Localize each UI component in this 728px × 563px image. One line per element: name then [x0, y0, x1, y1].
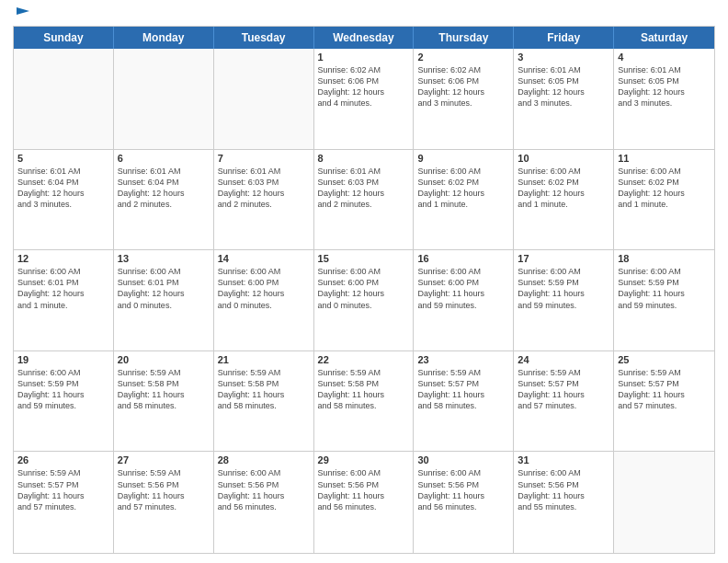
day-number: 20 — [118, 354, 210, 365]
day-info: Sunrise: 6:00 AM Sunset: 6:00 PM Dayligh… — [318, 266, 410, 311]
calendar-day-19: 19Sunrise: 6:00 AM Sunset: 5:59 PM Dayli… — [14, 351, 114, 452]
calendar-day-30: 30Sunrise: 6:00 AM Sunset: 5:56 PM Dayli… — [414, 452, 514, 553]
day-info: Sunrise: 6:00 AM Sunset: 6:02 PM Dayligh… — [618, 166, 711, 211]
calendar-week-1: 1Sunrise: 6:02 AM Sunset: 6:06 PM Daylig… — [14, 49, 714, 150]
day-info: Sunrise: 6:01 AM Sunset: 6:05 PM Dayligh… — [618, 64, 711, 109]
calendar-day-1: 1Sunrise: 6:02 AM Sunset: 6:06 PM Daylig… — [314, 49, 415, 149]
calendar-day-24: 24Sunrise: 5:59 AM Sunset: 5:57 PM Dayli… — [514, 351, 614, 452]
day-number: 28 — [218, 454, 310, 465]
calendar-week-3: 12Sunrise: 6:00 AM Sunset: 6:01 PM Dayli… — [14, 250, 714, 351]
day-number: 5 — [17, 153, 109, 164]
logo-flag-icon — [15, 6, 31, 22]
day-info: Sunrise: 5:59 AM Sunset: 5:57 PM Dayligh… — [618, 367, 711, 412]
day-info: Sunrise: 5:59 AM Sunset: 5:57 PM Dayligh… — [17, 467, 109, 512]
calendar-day-20: 20Sunrise: 5:59 AM Sunset: 5:58 PM Dayli… — [114, 351, 214, 452]
day-number: 27 — [118, 454, 210, 465]
day-number: 7 — [218, 153, 310, 164]
calendar-day-9: 9Sunrise: 6:00 AM Sunset: 6:02 PM Daylig… — [414, 150, 514, 250]
calendar-day-16: 16Sunrise: 6:00 AM Sunset: 6:00 PM Dayli… — [414, 250, 514, 350]
calendar-day-5: 5Sunrise: 6:01 AM Sunset: 6:04 PM Daylig… — [14, 150, 114, 250]
calendar-day-27: 27Sunrise: 5:59 AM Sunset: 5:56 PM Dayli… — [114, 452, 214, 553]
calendar-day-2: 2Sunrise: 6:02 AM Sunset: 6:06 PM Daylig… — [414, 49, 514, 149]
calendar-day-8: 8Sunrise: 6:01 AM Sunset: 6:03 PM Daylig… — [314, 150, 415, 250]
calendar-day-4: 4Sunrise: 6:01 AM Sunset: 6:05 PM Daylig… — [614, 49, 714, 149]
day-number: 4 — [618, 52, 711, 63]
day-info: Sunrise: 6:00 AM Sunset: 6:02 PM Dayligh… — [518, 166, 609, 211]
calendar-day-21: 21Sunrise: 5:59 AM Sunset: 5:58 PM Dayli… — [214, 351, 314, 452]
day-number: 8 — [318, 153, 410, 164]
day-info: Sunrise: 5:59 AM Sunset: 5:57 PM Dayligh… — [518, 367, 609, 412]
weekday-header-sunday: Sunday — [14, 27, 114, 49]
calendar-day-empty — [214, 49, 314, 149]
day-info: Sunrise: 6:02 AM Sunset: 6:06 PM Dayligh… — [318, 64, 410, 109]
calendar-day-17: 17Sunrise: 6:00 AM Sunset: 5:59 PM Dayli… — [514, 250, 614, 350]
calendar-day-28: 28Sunrise: 6:00 AM Sunset: 5:56 PM Dayli… — [214, 452, 314, 553]
day-info: Sunrise: 6:00 AM Sunset: 5:59 PM Dayligh… — [17, 367, 109, 412]
calendar-day-empty — [114, 49, 214, 149]
day-number: 13 — [118, 253, 210, 264]
calendar-header: SundayMondayTuesdayWednesdayThursdayFrid… — [14, 27, 714, 49]
day-info: Sunrise: 6:00 AM Sunset: 5:56 PM Dayligh… — [417, 467, 509, 512]
calendar-day-10: 10Sunrise: 6:00 AM Sunset: 6:02 PM Dayli… — [514, 150, 614, 250]
day-info: Sunrise: 6:01 AM Sunset: 6:03 PM Dayligh… — [218, 166, 310, 211]
day-info: Sunrise: 6:00 AM Sunset: 5:56 PM Dayligh… — [518, 467, 609, 512]
calendar-day-3: 3Sunrise: 6:01 AM Sunset: 6:05 PM Daylig… — [514, 49, 614, 149]
day-info: Sunrise: 5:59 AM Sunset: 5:58 PM Dayligh… — [318, 367, 410, 412]
day-number: 9 — [417, 153, 509, 164]
day-number: 2 — [417, 52, 509, 63]
day-number: 22 — [318, 354, 410, 365]
day-info: Sunrise: 6:00 AM Sunset: 6:02 PM Dayligh… — [417, 166, 509, 211]
day-number: 18 — [618, 253, 711, 264]
calendar-day-22: 22Sunrise: 5:59 AM Sunset: 5:58 PM Dayli… — [314, 351, 415, 452]
day-info: Sunrise: 5:59 AM Sunset: 5:57 PM Dayligh… — [417, 367, 509, 412]
calendar-week-2: 5Sunrise: 6:01 AM Sunset: 6:04 PM Daylig… — [14, 150, 714, 251]
day-info: Sunrise: 5:59 AM Sunset: 5:58 PM Dayligh… — [218, 367, 310, 412]
day-info: Sunrise: 6:01 AM Sunset: 6:03 PM Dayligh… — [318, 166, 410, 211]
day-info: Sunrise: 6:00 AM Sunset: 6:01 PM Dayligh… — [17, 266, 109, 311]
day-number: 26 — [17, 454, 109, 465]
day-number: 31 — [518, 454, 609, 465]
day-info: Sunrise: 6:01 AM Sunset: 6:05 PM Dayligh… — [518, 64, 609, 109]
day-number: 1 — [318, 52, 410, 63]
day-info: Sunrise: 6:00 AM Sunset: 5:56 PM Dayligh… — [218, 467, 310, 512]
day-number: 16 — [417, 253, 509, 264]
day-number: 17 — [518, 253, 609, 264]
header — [13, 9, 715, 18]
weekday-header-monday: Monday — [114, 27, 214, 49]
calendar-day-23: 23Sunrise: 5:59 AM Sunset: 5:57 PM Dayli… — [414, 351, 514, 452]
day-info: Sunrise: 6:00 AM Sunset: 5:59 PM Dayligh… — [618, 266, 711, 311]
calendar-body: 1Sunrise: 6:02 AM Sunset: 6:06 PM Daylig… — [14, 49, 714, 553]
calendar-day-14: 14Sunrise: 6:00 AM Sunset: 6:00 PM Dayli… — [214, 250, 314, 350]
weekday-header-friday: Friday — [514, 27, 614, 49]
day-number: 29 — [318, 454, 410, 465]
svg-marker-0 — [17, 7, 29, 15]
calendar-week-4: 19Sunrise: 6:00 AM Sunset: 5:59 PM Dayli… — [14, 351, 714, 453]
day-info: Sunrise: 6:01 AM Sunset: 6:04 PM Dayligh… — [17, 166, 109, 211]
day-number: 15 — [318, 253, 410, 264]
day-number: 11 — [618, 153, 711, 164]
day-number: 30 — [417, 454, 509, 465]
page: SundayMondayTuesdayWednesdayThursdayFrid… — [0, 0, 728, 563]
calendar-day-12: 12Sunrise: 6:00 AM Sunset: 6:01 PM Dayli… — [14, 250, 114, 350]
calendar-day-empty — [14, 49, 114, 149]
logo — [13, 9, 31, 18]
day-number: 12 — [17, 253, 109, 264]
day-info: Sunrise: 6:00 AM Sunset: 6:00 PM Dayligh… — [218, 266, 310, 311]
day-number: 14 — [218, 253, 310, 264]
calendar-day-13: 13Sunrise: 6:00 AM Sunset: 6:01 PM Dayli… — [114, 250, 214, 350]
day-info: Sunrise: 6:00 AM Sunset: 5:56 PM Dayligh… — [318, 467, 410, 512]
day-info: Sunrise: 6:02 AM Sunset: 6:06 PM Dayligh… — [417, 64, 509, 109]
calendar-day-18: 18Sunrise: 6:00 AM Sunset: 5:59 PM Dayli… — [614, 250, 714, 350]
calendar: SundayMondayTuesdayWednesdayThursdayFrid… — [13, 26, 715, 554]
weekday-header-saturday: Saturday — [614, 27, 714, 49]
calendar-day-11: 11Sunrise: 6:00 AM Sunset: 6:02 PM Dayli… — [614, 150, 714, 250]
day-info: Sunrise: 6:00 AM Sunset: 6:01 PM Dayligh… — [118, 266, 210, 311]
calendar-day-6: 6Sunrise: 6:01 AM Sunset: 6:04 PM Daylig… — [114, 150, 214, 250]
calendar-day-empty — [614, 452, 714, 553]
weekday-header-wednesday: Wednesday — [314, 27, 415, 49]
day-number: 10 — [518, 153, 609, 164]
calendar-day-29: 29Sunrise: 6:00 AM Sunset: 5:56 PM Dayli… — [314, 452, 415, 553]
calendar-day-25: 25Sunrise: 5:59 AM Sunset: 5:57 PM Dayli… — [614, 351, 714, 452]
calendar-day-7: 7Sunrise: 6:01 AM Sunset: 6:03 PM Daylig… — [214, 150, 314, 250]
day-number: 23 — [417, 354, 509, 365]
